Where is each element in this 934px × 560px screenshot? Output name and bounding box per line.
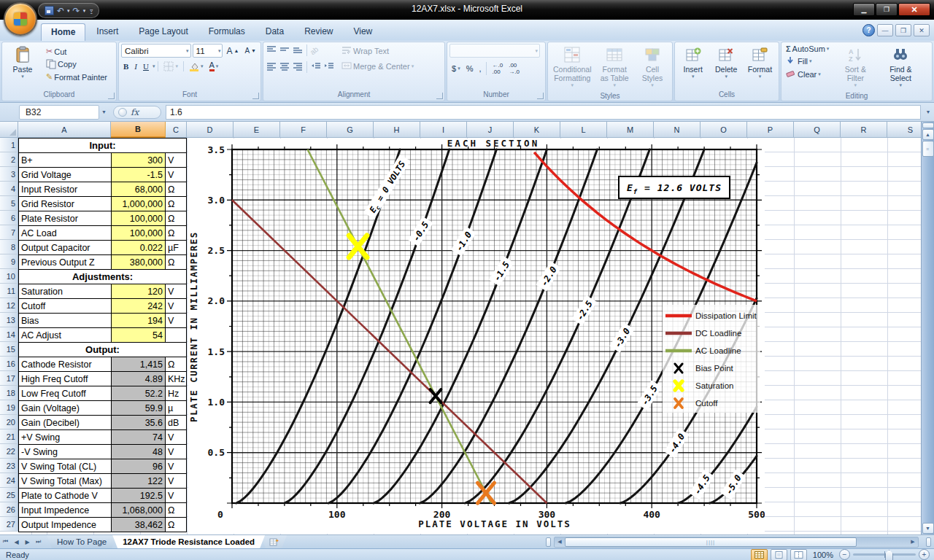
label-cell[interactable]: Grid Voltage bbox=[19, 168, 112, 182]
clear-button[interactable]: Clear▾ bbox=[784, 69, 831, 80]
row-header-22[interactable]: 22 bbox=[0, 444, 18, 459]
italic-button[interactable]: I bbox=[132, 61, 139, 71]
last-sheet-icon[interactable]: ⏭ bbox=[33, 537, 44, 548]
cut-button[interactable]: ✂Cut bbox=[44, 46, 109, 57]
label-cell[interactable]: Gain (Voltage) bbox=[19, 401, 112, 416]
zoom-level[interactable]: 100% bbox=[813, 551, 833, 559]
office-button[interactable] bbox=[4, 2, 37, 36]
cell-styles-button[interactable]: Cell Styles▾ bbox=[635, 44, 670, 90]
borders-button[interactable]: ▾ bbox=[161, 61, 180, 72]
value-cell[interactable]: 52.2 bbox=[112, 386, 166, 401]
label-cell[interactable]: Gain (Decibel) bbox=[19, 416, 112, 430]
sort-filter-button[interactable]: AZ Sort & Filter▾ bbox=[834, 44, 876, 90]
column-header-K[interactable]: K bbox=[514, 122, 560, 138]
column-header-M[interactable]: M bbox=[607, 122, 654, 138]
value-cell[interactable]: 35.6 bbox=[112, 416, 166, 430]
row-header-18[interactable]: 18 bbox=[0, 386, 18, 400]
find-select-button[interactable]: Find & Select▾ bbox=[879, 44, 922, 90]
font-dialog-launcher-icon[interactable] bbox=[252, 93, 259, 99]
autosum-button[interactable]: ΣAutoSum▾ bbox=[784, 44, 831, 54]
paste-button[interactable]: Paste ▾ bbox=[4, 44, 41, 89]
align-top-icon[interactable] bbox=[266, 44, 277, 57]
column-header-B[interactable]: B bbox=[111, 122, 166, 138]
value-cell[interactable]: 96 bbox=[112, 459, 166, 474]
restore-button[interactable]: ❐ bbox=[876, 3, 898, 16]
zoom-in-icon[interactable]: + bbox=[919, 549, 930, 560]
value-cell[interactable]: 100,000 bbox=[112, 226, 166, 241]
first-sheet-icon[interactable]: ⏮ bbox=[0, 537, 11, 548]
label-cell[interactable]: -V Swing bbox=[19, 445, 112, 459]
zoom-out-icon[interactable]: − bbox=[839, 549, 850, 560]
select-all-corner[interactable] bbox=[0, 122, 18, 138]
align-right-icon[interactable] bbox=[292, 61, 304, 74]
align-middle-icon[interactable] bbox=[279, 44, 290, 57]
normal-view-button[interactable] bbox=[751, 549, 768, 560]
align-left-icon[interactable] bbox=[266, 61, 277, 74]
value-cell[interactable]: -1.5 bbox=[112, 168, 166, 182]
row-header-9[interactable]: 9 bbox=[0, 254, 18, 269]
format-painter-button[interactable]: ✎Format Painter bbox=[44, 71, 109, 82]
label-cell[interactable]: Saturation bbox=[19, 284, 112, 299]
unit-cell[interactable]: KHz bbox=[166, 372, 187, 386]
format-cells-button[interactable]: Format▾ bbox=[744, 44, 776, 89]
font-color-button[interactable]: A▾ bbox=[207, 61, 221, 72]
column-header-O[interactable]: O bbox=[700, 122, 747, 138]
clipboard-dialog-launcher-icon[interactable] bbox=[108, 93, 115, 99]
unit-cell[interactable]: V bbox=[166, 299, 187, 314]
page-break-view-button[interactable] bbox=[790, 549, 807, 560]
row-header-2[interactable]: 2 bbox=[0, 152, 18, 167]
scroll-down-icon[interactable]: ▼ bbox=[922, 523, 934, 534]
row-header-16[interactable]: 16 bbox=[0, 357, 18, 371]
label-cell[interactable]: High Freq Cutoff bbox=[19, 372, 112, 386]
row-header-8[interactable]: 8 bbox=[0, 240, 18, 254]
label-cell[interactable]: Grid Resistor bbox=[19, 197, 112, 211]
workbook-close-button[interactable]: ✕ bbox=[914, 24, 930, 36]
horizontal-scrollbar[interactable]: ◀ |||| ▶ bbox=[554, 537, 919, 548]
unit-cell[interactable]: V bbox=[166, 489, 187, 503]
value-cell[interactable]: 74 bbox=[112, 430, 166, 445]
section-header-cell[interactable]: Adjustments: bbox=[19, 270, 187, 284]
row-header-23[interactable]: 23 bbox=[0, 459, 18, 473]
value-cell[interactable]: 122 bbox=[112, 474, 166, 489]
grow-font-button[interactable]: A▲ bbox=[224, 45, 241, 57]
ribbon-tab-data[interactable]: Data bbox=[256, 23, 293, 41]
unit-cell[interactable]: Ω bbox=[166, 197, 187, 211]
unit-cell[interactable] bbox=[166, 328, 187, 343]
column-header-N[interactable]: N bbox=[654, 122, 700, 138]
section-header-cell[interactable]: Input: bbox=[19, 139, 187, 153]
label-cell[interactable]: Output Impedence bbox=[19, 518, 112, 532]
value-cell[interactable]: 380,000 bbox=[112, 255, 166, 270]
unit-cell[interactable]: Ω bbox=[166, 357, 187, 372]
bold-button[interactable]: B bbox=[121, 61, 131, 71]
row-header-25[interactable]: 25 bbox=[0, 488, 18, 502]
unit-cell[interactable]: Ω bbox=[166, 255, 187, 270]
row-header-19[interactable]: 19 bbox=[0, 400, 18, 415]
row-header-13[interactable]: 13 bbox=[0, 313, 18, 327]
row-header-26[interactable]: 26 bbox=[0, 502, 18, 517]
row-header-12[interactable]: 12 bbox=[0, 298, 18, 313]
prev-sheet-icon[interactable]: ◀ bbox=[11, 537, 22, 548]
workbook-restore-button[interactable]: ❐ bbox=[895, 24, 911, 36]
fill-button[interactable]: Fill▾ bbox=[784, 55, 831, 67]
insert-worksheet-tab[interactable]: ✦ bbox=[260, 535, 287, 548]
increase-decimal-button[interactable]: ←.0.00 bbox=[490, 61, 505, 76]
label-cell[interactable]: Input Resistor bbox=[19, 182, 112, 197]
zoom-slider[interactable] bbox=[853, 553, 916, 556]
value-cell[interactable]: 68,000 bbox=[112, 182, 166, 197]
label-cell[interactable]: AC Adjust bbox=[19, 328, 112, 343]
label-cell[interactable]: AC Load bbox=[19, 226, 112, 241]
minimize-button[interactable]: ▁ bbox=[853, 3, 875, 16]
align-bottom-icon[interactable] bbox=[292, 44, 304, 57]
vertical-scroll-thumb[interactable]: ≡ bbox=[922, 141, 934, 157]
column-header-E[interactable]: E bbox=[234, 122, 280, 138]
section-header-cell[interactable]: Output: bbox=[19, 343, 187, 357]
scrollbar-resize-handle[interactable] bbox=[926, 537, 931, 547]
label-cell[interactable]: Cathode Resistor bbox=[19, 357, 112, 372]
format-as-table-button[interactable]: Format as Table▾ bbox=[596, 44, 633, 90]
value-cell[interactable]: 192.5 bbox=[112, 489, 166, 503]
plate-curves-chart[interactable]: Ec = 0 VOLTS-0.5-1.0-1.5-2.0-2.5-3.0-3.5… bbox=[188, 139, 765, 534]
ribbon-tab-insert[interactable]: Insert bbox=[87, 23, 128, 41]
label-cell[interactable]: Plate Resistor bbox=[19, 211, 112, 226]
value-cell[interactable]: 54 bbox=[112, 328, 166, 343]
insert-cells-button[interactable]: Insert▾ bbox=[677, 44, 709, 89]
